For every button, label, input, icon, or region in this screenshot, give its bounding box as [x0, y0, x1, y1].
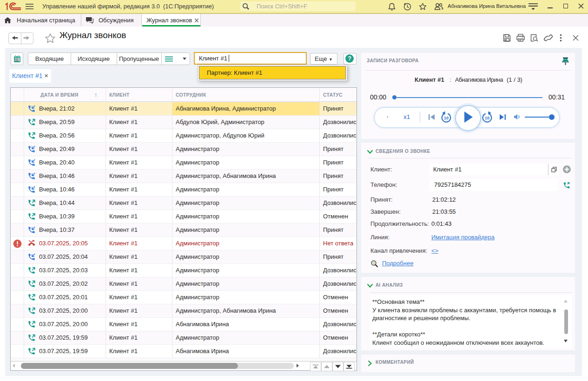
svg-text:10: 10: [485, 116, 489, 120]
svg-text:10: 10: [444, 116, 449, 120]
